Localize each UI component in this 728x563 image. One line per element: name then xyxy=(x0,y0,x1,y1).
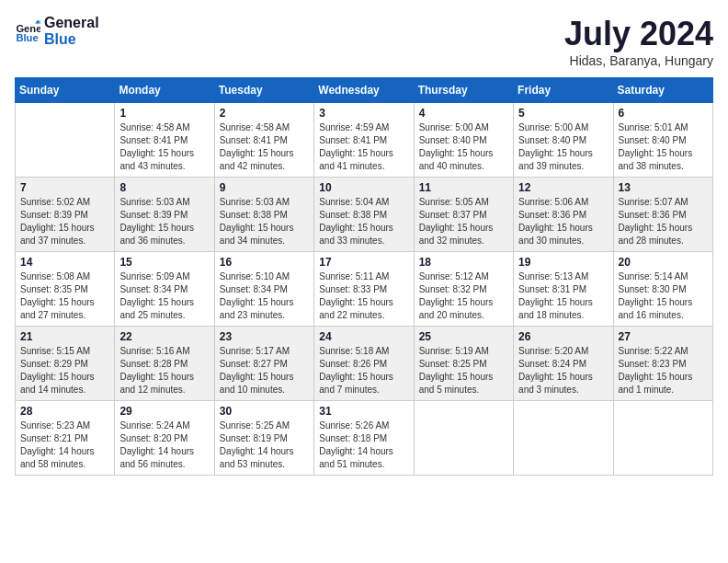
day-info: Sunrise: 5:24 AM Sunset: 8:20 PM Dayligh… xyxy=(119,419,209,471)
day-info: Sunrise: 4:58 AM Sunset: 8:41 PM Dayligh… xyxy=(119,121,209,173)
day-info: Sunrise: 5:05 AM Sunset: 8:37 PM Dayligh… xyxy=(419,196,508,247)
day-number: 21 xyxy=(20,330,109,343)
day-number: 30 xyxy=(220,405,309,418)
table-row: 26Sunrise: 5:20 AM Sunset: 8:24 PM Dayli… xyxy=(514,327,613,401)
table-row: 24Sunrise: 5:18 AM Sunset: 8:26 PM Dayli… xyxy=(314,327,414,401)
day-info: Sunrise: 5:20 AM Sunset: 8:24 PM Dayligh… xyxy=(518,345,608,396)
day-number: 29 xyxy=(119,405,209,418)
location: Hidas, Baranya, Hungary xyxy=(564,53,713,68)
day-number: 9 xyxy=(220,181,309,194)
table-row xyxy=(514,401,613,476)
header-row: Sunday Monday Tuesday Wednesday Thursday… xyxy=(16,78,713,103)
table-row: 22Sunrise: 5:16 AM Sunset: 8:28 PM Dayli… xyxy=(115,327,214,401)
day-info: Sunrise: 5:25 AM Sunset: 8:19 PM Dayligh… xyxy=(220,419,309,471)
day-info: Sunrise: 5:03 AM Sunset: 8:39 PM Dayligh… xyxy=(119,196,209,247)
day-number: 19 xyxy=(518,256,608,269)
day-number: 23 xyxy=(220,330,309,343)
day-number: 14 xyxy=(20,256,109,269)
day-info: Sunrise: 5:08 AM Sunset: 8:35 PM Dayligh… xyxy=(20,270,109,322)
day-number: 10 xyxy=(319,181,408,194)
day-info: Sunrise: 5:23 AM Sunset: 8:21 PM Dayligh… xyxy=(20,419,109,471)
table-row: 21Sunrise: 5:15 AM Sunset: 8:29 PM Dayli… xyxy=(16,327,115,401)
table-row: 16Sunrise: 5:10 AM Sunset: 8:34 PM Dayli… xyxy=(214,252,313,327)
day-info: Sunrise: 5:18 AM Sunset: 8:26 PM Dayligh… xyxy=(319,345,408,396)
day-info: Sunrise: 5:13 AM Sunset: 8:31 PM Dayligh… xyxy=(518,270,608,322)
day-number: 17 xyxy=(319,256,408,269)
table-row: 23Sunrise: 5:17 AM Sunset: 8:27 PM Dayli… xyxy=(214,327,313,401)
day-info: Sunrise: 5:03 AM Sunset: 8:38 PM Dayligh… xyxy=(220,196,309,247)
table-row: 7Sunrise: 5:02 AM Sunset: 8:39 PM Daylig… xyxy=(16,178,115,252)
day-number: 15 xyxy=(119,256,209,269)
header: General Blue General Blue July 2024 Hida… xyxy=(15,15,713,68)
month-year: July 2024 xyxy=(564,15,713,53)
day-number: 25 xyxy=(419,330,508,343)
col-thursday: Thursday xyxy=(414,78,513,103)
day-info: Sunrise: 5:15 AM Sunset: 8:29 PM Dayligh… xyxy=(20,345,109,396)
logo-icon: General Blue xyxy=(15,18,40,44)
table-row xyxy=(613,401,712,476)
calendar-row: 1Sunrise: 4:58 AM Sunset: 8:41 PM Daylig… xyxy=(16,103,713,178)
table-row: 12Sunrise: 5:06 AM Sunset: 8:36 PM Dayli… xyxy=(514,178,613,252)
day-info: Sunrise: 5:12 AM Sunset: 8:32 PM Dayligh… xyxy=(419,270,508,322)
svg-text:Blue: Blue xyxy=(16,32,38,43)
table-row xyxy=(414,401,513,476)
day-info: Sunrise: 5:01 AM Sunset: 8:40 PM Dayligh… xyxy=(619,121,708,173)
day-number: 4 xyxy=(419,107,508,120)
calendar-table: Sunday Monday Tuesday Wednesday Thursday… xyxy=(15,77,713,476)
calendar-row: 7Sunrise: 5:02 AM Sunset: 8:39 PM Daylig… xyxy=(16,178,713,252)
day-number: 1 xyxy=(119,107,209,120)
table-row: 19Sunrise: 5:13 AM Sunset: 8:31 PM Dayli… xyxy=(514,252,613,327)
table-row: 31Sunrise: 5:26 AM Sunset: 8:18 PM Dayli… xyxy=(314,401,414,476)
day-number: 2 xyxy=(220,107,309,120)
table-row: 6Sunrise: 5:01 AM Sunset: 8:40 PM Daylig… xyxy=(613,103,712,178)
day-number: 12 xyxy=(518,181,608,194)
day-number: 20 xyxy=(619,256,708,269)
day-number: 8 xyxy=(119,181,209,194)
day-info: Sunrise: 5:07 AM Sunset: 8:36 PM Dayligh… xyxy=(619,196,708,247)
day-number: 16 xyxy=(220,256,309,269)
day-info: Sunrise: 5:02 AM Sunset: 8:39 PM Dayligh… xyxy=(20,196,109,247)
calendar-row: 14Sunrise: 5:08 AM Sunset: 8:35 PM Dayli… xyxy=(16,252,713,327)
calendar-row: 21Sunrise: 5:15 AM Sunset: 8:29 PM Dayli… xyxy=(16,327,713,401)
day-info: Sunrise: 5:17 AM Sunset: 8:27 PM Dayligh… xyxy=(220,345,309,396)
day-number: 6 xyxy=(619,107,708,120)
day-info: Sunrise: 5:14 AM Sunset: 8:30 PM Dayligh… xyxy=(619,270,708,322)
day-info: Sunrise: 5:00 AM Sunset: 8:40 PM Dayligh… xyxy=(518,121,608,173)
col-wednesday: Wednesday xyxy=(314,78,414,103)
table-row: 8Sunrise: 5:03 AM Sunset: 8:39 PM Daylig… xyxy=(115,178,214,252)
col-friday: Friday xyxy=(514,78,613,103)
table-row: 29Sunrise: 5:24 AM Sunset: 8:20 PM Dayli… xyxy=(115,401,214,476)
day-number: 18 xyxy=(419,256,508,269)
day-info: Sunrise: 5:04 AM Sunset: 8:38 PM Dayligh… xyxy=(319,196,408,247)
col-sunday: Sunday xyxy=(16,78,115,103)
table-row xyxy=(16,103,115,178)
table-row: 9Sunrise: 5:03 AM Sunset: 8:38 PM Daylig… xyxy=(214,178,313,252)
table-row: 20Sunrise: 5:14 AM Sunset: 8:30 PM Dayli… xyxy=(613,252,712,327)
day-info: Sunrise: 5:11 AM Sunset: 8:33 PM Dayligh… xyxy=(319,270,408,322)
logo-general-text: General xyxy=(44,15,99,31)
day-number: 28 xyxy=(20,405,109,418)
table-row: 2Sunrise: 4:58 AM Sunset: 8:41 PM Daylig… xyxy=(214,103,313,178)
day-info: Sunrise: 5:22 AM Sunset: 8:23 PM Dayligh… xyxy=(619,345,708,396)
day-number: 13 xyxy=(619,181,708,194)
col-tuesday: Tuesday xyxy=(214,78,313,103)
day-info: Sunrise: 5:06 AM Sunset: 8:36 PM Dayligh… xyxy=(518,196,608,247)
table-row: 30Sunrise: 5:25 AM Sunset: 8:19 PM Dayli… xyxy=(214,401,313,476)
day-number: 31 xyxy=(319,405,408,418)
day-number: 7 xyxy=(20,181,109,194)
day-number: 3 xyxy=(319,107,408,120)
logo: General Blue General Blue xyxy=(15,15,99,47)
day-info: Sunrise: 4:58 AM Sunset: 8:41 PM Dayligh… xyxy=(220,121,309,173)
table-row: 5Sunrise: 5:00 AM Sunset: 8:40 PM Daylig… xyxy=(514,103,613,178)
day-number: 27 xyxy=(619,330,708,343)
calendar-row: 28Sunrise: 5:23 AM Sunset: 8:21 PM Dayli… xyxy=(16,401,713,476)
day-number: 26 xyxy=(518,330,608,343)
day-number: 5 xyxy=(518,107,608,120)
day-info: Sunrise: 5:26 AM Sunset: 8:18 PM Dayligh… xyxy=(319,419,408,471)
table-row: 14Sunrise: 5:08 AM Sunset: 8:35 PM Dayli… xyxy=(16,252,115,327)
table-row: 17Sunrise: 5:11 AM Sunset: 8:33 PM Dayli… xyxy=(314,252,414,327)
table-row: 13Sunrise: 5:07 AM Sunset: 8:36 PM Dayli… xyxy=(613,178,712,252)
table-row: 18Sunrise: 5:12 AM Sunset: 8:32 PM Dayli… xyxy=(414,252,513,327)
day-info: Sunrise: 5:19 AM Sunset: 8:25 PM Dayligh… xyxy=(419,345,508,396)
day-number: 11 xyxy=(419,181,508,194)
